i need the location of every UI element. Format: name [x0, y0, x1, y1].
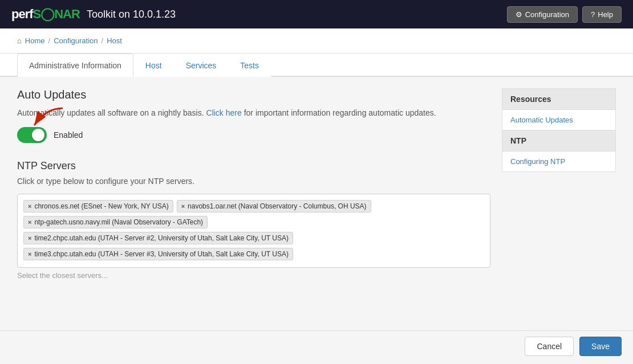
- auto-updates-title: Auto Updates: [17, 88, 490, 101]
- breadcrumb-sep-1: /: [48, 36, 51, 45]
- breadcrumb: ⌂ Home / Configuration / Host: [0, 28, 633, 54]
- click-here-link[interactable]: Click here: [206, 108, 242, 117]
- breadcrumb-sep-2: /: [102, 36, 104, 45]
- tabs-container: Administrative Information Host Services…: [0, 54, 633, 77]
- logo-text: perfS◯NAR: [11, 7, 80, 22]
- tag-remove-1[interactable]: ×: [28, 203, 31, 210]
- tag-remove-5[interactable]: ×: [28, 251, 31, 257]
- breadcrumb-config[interactable]: Configuration: [54, 36, 98, 45]
- sidebar-automatic-updates-link[interactable]: Automatic Updates: [502, 110, 616, 130]
- auto-updates-toggle[interactable]: [17, 127, 47, 143]
- logo: perfS◯NAR: [11, 7, 80, 22]
- ntp-server-tag-5[interactable]: × time3.chpc.utah.edu (UTAH - Server #3,…: [23, 248, 293, 260]
- footer: Cancel Save: [0, 330, 633, 362]
- question-icon: ?: [591, 10, 595, 19]
- sidebar-ntp-header: NTP: [502, 130, 616, 152]
- ntp-tags-row-1: × chronos.es.net (ESnet - New York, NY U…: [22, 199, 485, 214]
- ntp-server-tag-3[interactable]: × ntp-gatech.usno.navy.mil (Naval Observ…: [23, 216, 208, 228]
- tab-tests[interactable]: Tests: [228, 54, 271, 77]
- sidebar: Resources Automatic Updates NTP Configur…: [502, 88, 616, 319]
- tag-remove-4[interactable]: ×: [28, 235, 31, 242]
- ntp-hint: Select the closest servers...: [17, 271, 490, 280]
- sidebar-configuring-ntp-link[interactable]: Configuring NTP: [502, 152, 616, 172]
- auto-updates-section: Auto Updates Automatically updates all s…: [17, 88, 490, 143]
- toggle-knob: [32, 129, 44, 141]
- ntp-title: NTP Servers: [17, 160, 490, 172]
- cancel-button[interactable]: Cancel: [525, 337, 574, 356]
- auto-updates-desc: Automatically updates all software on a …: [17, 107, 490, 119]
- tab-administrative-information[interactable]: Administrative Information: [17, 54, 133, 77]
- header-title: Toolkit on 10.0.1.23: [87, 9, 176, 21]
- breadcrumb-current[interactable]: Host: [107, 36, 122, 45]
- toggle-area: Enabled: [17, 127, 490, 143]
- toggle-row: Enabled: [17, 127, 490, 143]
- main-content: Auto Updates Automatically updates all s…: [0, 77, 633, 330]
- content-area: Auto Updates Automatically updates all s…: [17, 88, 490, 319]
- tag-remove-2[interactable]: ×: [181, 203, 185, 210]
- save-button[interactable]: Save: [579, 337, 622, 356]
- ntp-input-box[interactable]: × chronos.es.net (ESnet - New York, NY U…: [17, 194, 490, 268]
- header-left: perfS◯NAR Toolkit on 10.0.1.23: [11, 7, 176, 22]
- ntp-server-tag-4[interactable]: × time2.chpc.utah.edu (UTAH - Server #2,…: [23, 232, 293, 244]
- tab-services[interactable]: Services: [174, 54, 229, 77]
- sidebar-resources-section: Resources Automatic Updates NTP Configur…: [502, 88, 616, 172]
- sidebar-resources-header: Resources: [502, 88, 616, 110]
- ntp-section: NTP Servers Click or type below to confi…: [17, 160, 490, 280]
- ntp-server-tag-1[interactable]: × chronos.es.net (ESnet - New York, NY U…: [23, 200, 173, 212]
- tab-host[interactable]: Host: [133, 54, 174, 77]
- ntp-tags-row-4: × time3.chpc.utah.edu (UTAH - Server #3,…: [22, 247, 485, 261]
- configuration-button[interactable]: ⚙ Configuration: [507, 6, 578, 23]
- tabs: Administrative Information Host Services…: [17, 54, 616, 76]
- ntp-tags-row-3: × time2.chpc.utah.edu (UTAH - Server #2,…: [22, 231, 485, 246]
- gear-icon: ⚙: [516, 10, 522, 19]
- toggle-label: Enabled: [54, 130, 83, 140]
- ntp-server-tag-2[interactable]: × navobs1.oar.net (Naval Observatory - C…: [177, 200, 371, 212]
- header-buttons: ⚙ Configuration ? Help: [507, 6, 622, 23]
- ntp-description: Click or type below to configure your NT…: [17, 177, 490, 186]
- tag-remove-3[interactable]: ×: [28, 219, 31, 226]
- help-button[interactable]: ? Help: [582, 6, 622, 23]
- ntp-tags-row-2: × ntp-gatech.usno.navy.mil (Naval Observ…: [22, 215, 485, 230]
- header: perfS◯NAR Toolkit on 10.0.1.23 ⚙ Configu…: [0, 0, 633, 28]
- logo-icon: S◯NAR: [33, 7, 80, 21]
- home-icon: ⌂: [17, 36, 22, 45]
- breadcrumb-home[interactable]: Home: [25, 36, 45, 45]
